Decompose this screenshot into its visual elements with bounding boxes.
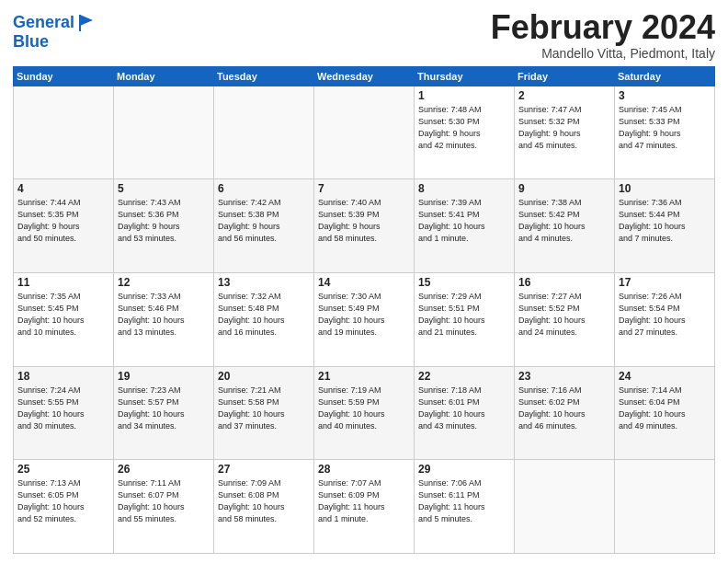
day-cell: 22Sunrise: 7:18 AMSunset: 6:01 PMDayligh… — [415, 366, 515, 460]
day-number: 17 — [619, 276, 711, 289]
day-cell: 20Sunrise: 7:21 AMSunset: 5:58 PMDayligh… — [214, 366, 314, 460]
day-cell: 18Sunrise: 7:24 AMSunset: 5:55 PMDayligh… — [14, 366, 114, 460]
day-number: 28 — [318, 463, 410, 476]
day-cell: 2Sunrise: 7:47 AMSunset: 5:32 PMDaylight… — [515, 86, 615, 179]
day-cell: 17Sunrise: 7:26 AMSunset: 5:54 PMDayligh… — [615, 272, 715, 366]
day-cell: 29Sunrise: 7:06 AMSunset: 6:11 PMDayligh… — [415, 460, 515, 554]
day-cell: 1Sunrise: 7:48 AMSunset: 5:30 PMDaylight… — [415, 86, 515, 179]
week-row-5: 25Sunrise: 7:13 AMSunset: 6:05 PMDayligh… — [14, 460, 715, 554]
week-row-1: 1Sunrise: 7:48 AMSunset: 5:30 PMDaylight… — [14, 86, 715, 179]
day-number: 19 — [118, 370, 210, 383]
day-number: 18 — [17, 370, 109, 383]
header-cell-saturday: Saturday — [615, 66, 715, 86]
day-cell: 13Sunrise: 7:32 AMSunset: 5:48 PMDayligh… — [214, 272, 314, 366]
day-cell: 9Sunrise: 7:38 AMSunset: 5:42 PMDaylight… — [515, 179, 615, 273]
day-info: Sunrise: 7:19 AMSunset: 5:59 PMDaylight:… — [318, 385, 410, 432]
day-number: 29 — [418, 463, 510, 476]
day-number: 7 — [318, 182, 410, 195]
day-cell: 7Sunrise: 7:40 AMSunset: 5:39 PMDaylight… — [314, 179, 415, 273]
title-block: February 2024 Mandello Vitta, Piedmont, … — [491, 9, 715, 61]
day-info: Sunrise: 7:44 AMSunset: 5:35 PMDaylight:… — [17, 197, 109, 245]
day-info: Sunrise: 7:06 AMSunset: 6:11 PMDaylight:… — [418, 477, 510, 525]
day-number: 22 — [418, 370, 510, 383]
logo: General Blue — [13, 13, 97, 52]
day-number: 3 — [619, 89, 711, 102]
calendar-table: SundayMondayTuesdayWednesdayThursdayFrid… — [13, 66, 715, 554]
day-cell: 25Sunrise: 7:13 AMSunset: 6:05 PMDayligh… — [14, 460, 114, 554]
svg-marker-0 — [80, 15, 93, 26]
day-info: Sunrise: 7:45 AMSunset: 5:33 PMDaylight:… — [619, 104, 711, 152]
day-number: 6 — [218, 182, 310, 195]
day-info: Sunrise: 7:07 AMSunset: 6:09 PMDaylight:… — [318, 477, 410, 525]
day-cell: 27Sunrise: 7:09 AMSunset: 6:08 PMDayligh… — [214, 460, 314, 554]
day-cell: 11Sunrise: 7:35 AMSunset: 5:45 PMDayligh… — [14, 272, 114, 366]
day-number: 20 — [218, 370, 310, 383]
day-info: Sunrise: 7:30 AMSunset: 5:49 PMDaylight:… — [318, 291, 410, 339]
day-info: Sunrise: 7:26 AMSunset: 5:54 PMDaylight:… — [619, 291, 711, 339]
day-info: Sunrise: 7:18 AMSunset: 6:01 PMDaylight:… — [418, 385, 510, 432]
day-cell: 23Sunrise: 7:16 AMSunset: 6:02 PMDayligh… — [515, 366, 615, 460]
day-info: Sunrise: 7:38 AMSunset: 5:42 PMDaylight:… — [518, 197, 610, 245]
page: General Blue February 2024 Mandello Vitt… — [0, 0, 728, 563]
header-cell-sunday: Sunday — [14, 66, 114, 86]
month-title: February 2024 — [491, 9, 715, 46]
day-info: Sunrise: 7:43 AMSunset: 5:36 PMDaylight:… — [118, 197, 210, 245]
day-cell: 26Sunrise: 7:11 AMSunset: 6:07 PMDayligh… — [114, 460, 214, 554]
day-cell — [14, 86, 114, 179]
day-number: 1 — [418, 89, 510, 102]
day-cell: 28Sunrise: 7:07 AMSunset: 6:09 PMDayligh… — [314, 460, 415, 554]
logo-icon — [76, 13, 97, 33]
day-number: 11 — [17, 276, 109, 289]
day-info: Sunrise: 7:13 AMSunset: 6:05 PMDaylight:… — [17, 477, 109, 525]
day-number: 26 — [118, 463, 210, 476]
day-cell: 24Sunrise: 7:14 AMSunset: 6:04 PMDayligh… — [615, 366, 715, 460]
day-info: Sunrise: 7:16 AMSunset: 6:02 PMDaylight:… — [518, 385, 610, 432]
day-info: Sunrise: 7:21 AMSunset: 5:58 PMDaylight:… — [218, 385, 310, 432]
logo-text2: Blue — [13, 33, 97, 52]
week-row-4: 18Sunrise: 7:24 AMSunset: 5:55 PMDayligh… — [14, 366, 715, 460]
day-info: Sunrise: 7:35 AMSunset: 5:45 PMDaylight:… — [17, 291, 109, 339]
day-number: 21 — [318, 370, 410, 383]
header-cell-thursday: Thursday — [415, 66, 515, 86]
day-info: Sunrise: 7:40 AMSunset: 5:39 PMDaylight:… — [318, 197, 410, 245]
day-info: Sunrise: 7:33 AMSunset: 5:46 PMDaylight:… — [118, 291, 210, 339]
day-cell — [314, 86, 415, 179]
day-info: Sunrise: 7:39 AMSunset: 5:41 PMDaylight:… — [418, 197, 510, 245]
day-info: Sunrise: 7:47 AMSunset: 5:32 PMDaylight:… — [518, 104, 610, 152]
day-number: 4 — [17, 182, 109, 195]
day-info: Sunrise: 7:32 AMSunset: 5:48 PMDaylight:… — [218, 291, 310, 339]
day-info: Sunrise: 7:29 AMSunset: 5:51 PMDaylight:… — [418, 291, 510, 339]
day-cell: 3Sunrise: 7:45 AMSunset: 5:33 PMDaylight… — [615, 86, 715, 179]
day-number: 16 — [518, 276, 610, 289]
header-row: SundayMondayTuesdayWednesdayThursdayFrid… — [14, 66, 715, 86]
day-cell — [114, 86, 214, 179]
day-number: 14 — [318, 276, 410, 289]
day-cell — [214, 86, 314, 179]
day-info: Sunrise: 7:36 AMSunset: 5:44 PMDaylight:… — [619, 197, 711, 245]
day-number: 13 — [218, 276, 310, 289]
day-info: Sunrise: 7:14 AMSunset: 6:04 PMDaylight:… — [619, 385, 711, 432]
header: General Blue February 2024 Mandello Vitt… — [13, 9, 715, 61]
logo-text: General — [13, 14, 74, 32]
header-cell-monday: Monday — [114, 66, 214, 86]
day-number: 8 — [418, 182, 510, 195]
day-cell: 10Sunrise: 7:36 AMSunset: 5:44 PMDayligh… — [615, 179, 715, 273]
day-info: Sunrise: 7:48 AMSunset: 5:30 PMDaylight:… — [418, 104, 510, 152]
week-row-3: 11Sunrise: 7:35 AMSunset: 5:45 PMDayligh… — [14, 272, 715, 366]
day-cell: 8Sunrise: 7:39 AMSunset: 5:41 PMDaylight… — [415, 179, 515, 273]
day-number: 5 — [118, 182, 210, 195]
day-number: 24 — [619, 370, 711, 383]
day-number: 23 — [518, 370, 610, 383]
day-cell: 14Sunrise: 7:30 AMSunset: 5:49 PMDayligh… — [314, 272, 415, 366]
day-number: 12 — [118, 276, 210, 289]
day-cell: 15Sunrise: 7:29 AMSunset: 5:51 PMDayligh… — [415, 272, 515, 366]
day-number: 10 — [619, 182, 711, 195]
subtitle: Mandello Vitta, Piedmont, Italy — [491, 46, 715, 61]
day-info: Sunrise: 7:09 AMSunset: 6:08 PMDaylight:… — [218, 477, 310, 525]
day-info: Sunrise: 7:23 AMSunset: 5:57 PMDaylight:… — [118, 385, 210, 432]
week-row-2: 4Sunrise: 7:44 AMSunset: 5:35 PMDaylight… — [14, 179, 715, 273]
day-cell: 16Sunrise: 7:27 AMSunset: 5:52 PMDayligh… — [515, 272, 615, 366]
day-cell: 4Sunrise: 7:44 AMSunset: 5:35 PMDaylight… — [14, 179, 114, 273]
day-cell — [515, 460, 615, 554]
header-cell-wednesday: Wednesday — [314, 66, 415, 86]
